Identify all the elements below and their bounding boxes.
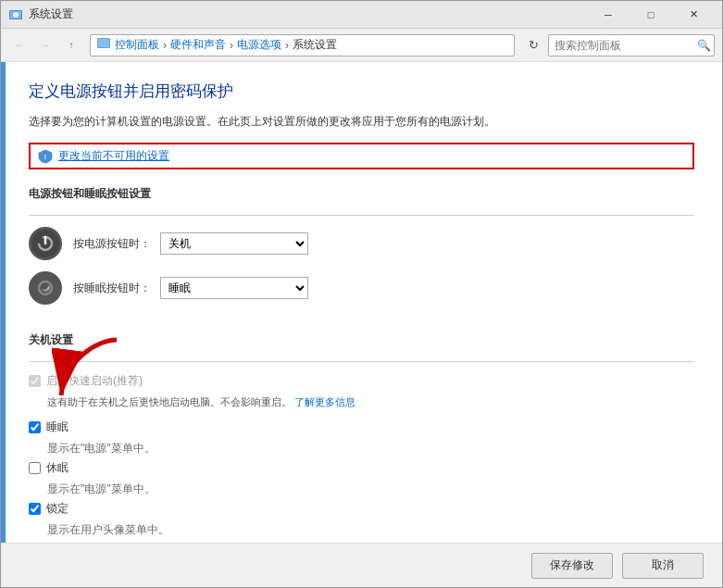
lock-indent-desc: 显示在用户头像菜单中。 bbox=[47, 522, 694, 538]
shield-icon: ! bbox=[38, 149, 53, 164]
sleep-checkbox-row: 睡眠 bbox=[29, 419, 694, 435]
nav-bar: ← → ↑ 控制面板 › 硬件和声音 › 电源选项 › 系统设置 ↻ 🔍 bbox=[1, 29, 722, 62]
save-button[interactable]: 保存修改 bbox=[531, 553, 613, 579]
change-settings-label: 更改当前不可用的设置 bbox=[58, 148, 169, 164]
content-area: 定义电源按钮并启用密码保护 选择要为您的计算机设置的电源设置。在此页上对设置所做… bbox=[1, 62, 722, 543]
sleep-icon bbox=[29, 271, 62, 305]
sleep-option-label: 睡眠 bbox=[46, 419, 69, 435]
lock-checkbox-row: 锁定 bbox=[29, 501, 694, 517]
refresh-button[interactable]: ↻ bbox=[522, 34, 544, 56]
search-input[interactable] bbox=[548, 34, 715, 56]
svg-point-8 bbox=[39, 281, 52, 294]
content-wrapper: 定义电源按钮并启用密码保护 选择要为您的计算机设置的电源设置。在此页上对设置所做… bbox=[1, 62, 722, 543]
main-window: 系统设置 ─ □ ✕ ← → ↑ 控制面板 › 硬件和声音 › 电源选项 › 系… bbox=[0, 0, 723, 588]
power-action-select[interactable]: 关机 睡眠 休眠 不采取任何操作 bbox=[160, 232, 308, 255]
lock-option-label: 锁定 bbox=[46, 501, 69, 517]
search-wrapper: 🔍 bbox=[548, 34, 715, 56]
hibernate-indent-desc: 显示在"电源"菜单中。 bbox=[47, 482, 694, 497]
svg-point-2 bbox=[13, 12, 19, 18]
forward-button[interactable]: → bbox=[34, 34, 56, 56]
hibernate-checkbox[interactable] bbox=[29, 462, 41, 474]
svg-text:!: ! bbox=[44, 154, 46, 160]
up-button[interactable]: ↑ bbox=[60, 34, 82, 56]
fast-startup-desc: 这有助于在关机之后更快地启动电脑。不会影响重启。 了解更多信息 bbox=[47, 394, 694, 410]
power-btn-label: 按电源按钮时： bbox=[73, 236, 151, 252]
breadcrumb-icon bbox=[96, 36, 111, 54]
sleep-button-row: 按睡眠按钮时： 睡眠 关机 休眠 不采取任何操作 bbox=[29, 271, 694, 305]
page-content: 定义电源按钮并启用密码保护 选择要为您的计算机设置的电源设置。在此页上对设置所做… bbox=[1, 62, 722, 543]
sleep-btn-label: 按睡眠按钮时： bbox=[73, 281, 151, 296]
breadcrumb-sep-3: › bbox=[285, 39, 289, 52]
shutdown-section-label: 关机设置 bbox=[29, 332, 694, 350]
page-title: 定义电源按钮并启用密码保护 bbox=[29, 81, 694, 102]
hibernate-checkbox-row: 休眠 bbox=[29, 460, 694, 476]
hibernate-option-label: 休眠 bbox=[46, 460, 69, 476]
minimize-button[interactable]: ─ bbox=[587, 1, 630, 29]
maximize-button[interactable]: □ bbox=[630, 1, 672, 29]
back-button[interactable]: ← bbox=[8, 34, 31, 56]
learn-more-link[interactable]: 了解更多信息 bbox=[294, 396, 355, 407]
power-buttons-section: 按电源按钮时： 关机 睡眠 休眠 不采取任何操作 bbox=[29, 227, 694, 316]
cancel-button[interactable]: 取消 bbox=[622, 553, 704, 579]
breadcrumb-item-2[interactable]: 硬件和声音 bbox=[170, 37, 226, 53]
breadcrumb-item-1[interactable]: 控制面板 bbox=[115, 37, 159, 53]
shutdown-section: 启用快速启动(推荐) 这有助于在关机之后更快地启动电脑。不会影响重启。 了解更多… bbox=[29, 373, 694, 542]
sleep-checkbox[interactable] bbox=[29, 421, 41, 433]
power-icon bbox=[29, 227, 62, 260]
breadcrumb-sep-1: › bbox=[163, 39, 167, 52]
section-divider-2 bbox=[29, 361, 694, 362]
lock-checkbox[interactable] bbox=[29, 503, 41, 515]
search-button[interactable]: 🔍 bbox=[696, 38, 711, 53]
breadcrumb-current: 系统设置 bbox=[293, 37, 337, 53]
power-button-row: 按电源按钮时： 关机 睡眠 休眠 不采取任何操作 bbox=[29, 227, 694, 260]
footer-bar: 保存修改 取消 bbox=[1, 543, 722, 587]
sleep-action-select[interactable]: 睡眠 关机 休眠 不采取任何操作 bbox=[160, 277, 308, 299]
section-divider-1 bbox=[29, 215, 694, 216]
sleep-indent-desc: 显示在"电源"菜单中。 bbox=[47, 441, 694, 457]
breadcrumb-item-3[interactable]: 电源选项 bbox=[237, 37, 281, 53]
change-settings-button[interactable]: ! 更改当前不可用的设置 bbox=[29, 143, 694, 169]
power-sleep-section-label: 电源按钮和睡眠按钮设置 bbox=[29, 186, 694, 204]
fast-startup-label: 启用快速启动(推荐) bbox=[46, 373, 143, 389]
window-icon bbox=[8, 7, 23, 22]
breadcrumb-sep-2: › bbox=[230, 39, 233, 52]
page-description: 选择要为您的计算机设置的电源设置。在此页上对设置所做的更改将应用于您所有的电源计… bbox=[29, 113, 694, 130]
fast-startup-checkbox[interactable] bbox=[29, 375, 41, 387]
window-title: 系统设置 bbox=[29, 6, 587, 22]
close-button[interactable]: ✕ bbox=[672, 1, 715, 29]
fast-startup-row: 启用快速启动(推荐) bbox=[29, 373, 694, 389]
title-controls: ─ □ ✕ bbox=[587, 1, 715, 29]
breadcrumb: 控制面板 › 硬件和声音 › 电源选项 › 系统设置 bbox=[90, 34, 515, 56]
title-bar: 系统设置 ─ □ ✕ bbox=[1, 1, 722, 29]
svg-rect-4 bbox=[98, 39, 109, 47]
left-accent bbox=[1, 62, 6, 543]
